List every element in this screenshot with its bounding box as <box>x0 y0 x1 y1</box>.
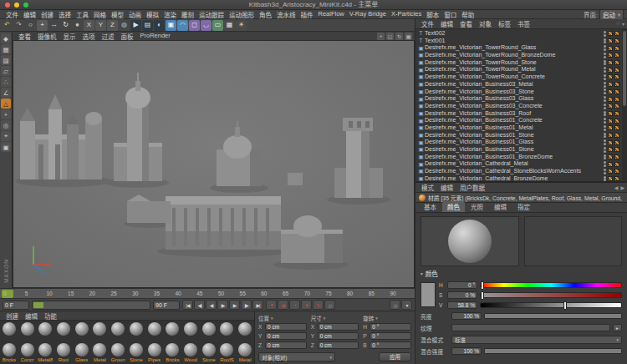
visibility-dots[interactable] <box>604 67 606 73</box>
size-header[interactable]: 尺寸▾ <box>311 314 359 321</box>
texture-tag-icon[interactable] <box>614 169 619 174</box>
mix-mode-select[interactable]: 标准▾ <box>451 336 622 344</box>
object-row[interactable]: T Text002 <box>415 30 627 38</box>
rotation-field[interactable]: 0 ° <box>370 332 411 340</box>
prev-key-button[interactable]: ◀| <box>194 300 205 310</box>
visibility-dots[interactable] <box>604 154 606 160</box>
material-thumbnail[interactable]: RoofS <box>218 341 237 364</box>
texture-tag-icon[interactable] <box>614 74 619 79</box>
texture-browse-button[interactable]: ▸ <box>613 324 622 331</box>
visibility-dots[interactable] <box>604 103 606 109</box>
record-parameter-button[interactable]: ◇ <box>324 300 335 310</box>
texture-tag-icon[interactable] <box>614 31 619 36</box>
viewport-menu-item[interactable]: ProRender <box>137 32 174 41</box>
texture-tag-icon[interactable] <box>608 89 613 94</box>
texture-tag-icon[interactable] <box>608 154 613 159</box>
camera-icon[interactable]: ▦ <box>224 20 235 31</box>
texture-tag-icon[interactable] <box>614 53 619 58</box>
texture-tag-icon[interactable] <box>614 97 619 102</box>
material-thumbnail[interactable] <box>109 321 127 341</box>
material-thumbnail[interactable] <box>200 321 218 341</box>
texture-tag-icon[interactable] <box>608 82 613 87</box>
viewport-menu-item[interactable]: 选项 <box>79 32 99 41</box>
keyframe-selection-icon[interactable]: ◇ <box>390 300 400 310</box>
menu-item[interactable]: 选择 <box>56 10 74 19</box>
visibility-dots[interactable] <box>604 132 606 139</box>
edges-mode-icon[interactable]: ∠ <box>1 88 11 98</box>
material-thumbnail[interactable]: Wood <box>181 341 200 364</box>
workplane-mode-icon[interactable]: ▱ <box>1 66 11 76</box>
redo-icon[interactable]: ↷ <box>13 20 24 31</box>
light-icon[interactable]: ☀ <box>236 20 247 31</box>
object-row[interactable]: ▣ Desirefx.me_Victorian_Business01_Stone <box>415 146 627 154</box>
hue-slider[interactable] <box>480 282 622 288</box>
material-thumbnail[interactable]: Pipes <box>145 341 164 364</box>
material-preview[interactable] <box>421 216 519 266</box>
size-field[interactable]: 0 cm <box>318 341 359 349</box>
texture-tag-icon[interactable] <box>608 125 613 130</box>
material-thumbnail[interactable] <box>91 321 110 341</box>
visibility-dots[interactable] <box>604 147 606 154</box>
lock-y-axis-icon[interactable]: Y <box>95 20 106 31</box>
material-menu-item[interactable]: 创建 <box>3 311 22 321</box>
texture-tag-icon[interactable] <box>608 74 613 79</box>
render-picture-viewer-icon[interactable]: ▤ <box>142 20 153 31</box>
material-thumbnail[interactable]: Glass <box>73 341 91 364</box>
scale-view-icon[interactable]: ◱ <box>386 33 394 40</box>
menu-item[interactable]: 窗口 <box>441 10 459 19</box>
menu-item[interactable]: 文件 <box>3 10 21 19</box>
texture-tag-icon[interactable] <box>614 82 619 87</box>
visibility-dots[interactable] <box>604 88 606 95</box>
autokey-button[interactable]: ◉ <box>278 300 288 310</box>
points-mode-icon[interactable]: ∴ <box>1 77 11 87</box>
mix-strength-slider[interactable] <box>484 348 622 354</box>
render-settings-icon[interactable]: ◐ <box>154 20 165 31</box>
menu-item[interactable]: 动画 <box>126 10 144 19</box>
menu-item[interactable]: 流水线 <box>274 10 298 19</box>
value-field[interactable]: 58.8 % <box>447 301 477 309</box>
menu-item[interactable]: 编辑 <box>21 10 38 19</box>
next-key-button[interactable]: |▶ <box>241 300 252 310</box>
texture-tag-icon[interactable] <box>614 111 619 116</box>
timeline-options-icon[interactable]: ▾ <box>401 300 412 310</box>
object-row[interactable]: ▣ Desirefx.me_Victorian_Business03_Concr… <box>415 103 627 110</box>
texture-tag-icon[interactable] <box>608 46 613 51</box>
lock-x-axis-icon[interactable]: X <box>84 20 94 31</box>
texture-tag-icon[interactable] <box>608 111 613 116</box>
om-scrollbar[interactable] <box>622 29 627 181</box>
texture-tag-icon[interactable] <box>608 176 613 181</box>
make-editable-icon[interactable]: ◆ <box>1 33 11 43</box>
texture-tag-icon[interactable] <box>608 162 613 167</box>
range-start-field[interactable]: 0 F <box>3 301 29 310</box>
toggle-panels-icon[interactable]: ▦ <box>405 33 412 40</box>
object-row[interactable]: ▣ Desirefx.me_Victorian_Business01_Glass <box>415 139 627 146</box>
rotate-icon[interactable]: ↻ <box>60 20 71 31</box>
interface-select[interactable]: 启动▾ <box>599 9 624 20</box>
color-swatch[interactable] <box>421 282 436 307</box>
object-row[interactable]: T Text001 <box>415 38 627 45</box>
close-window-button[interactable] <box>5 3 10 8</box>
om-menu-item[interactable]: 标签 <box>495 19 514 28</box>
viewport-solo-icon[interactable]: ◎ <box>1 120 11 130</box>
texture-tag-icon[interactable] <box>614 60 619 65</box>
texture-tag-icon[interactable] <box>608 31 613 36</box>
texture-tag-icon[interactable] <box>614 162 619 167</box>
menu-item[interactable]: 渲染 <box>161 10 179 19</box>
texture-tag-icon[interactable] <box>608 104 613 109</box>
menu-item[interactable]: 工具 <box>74 10 91 19</box>
undo-icon[interactable]: ↶ <box>2 20 13 31</box>
material-thumbnail[interactable] <box>54 321 73 341</box>
goto-start-button[interactable]: |◀ <box>182 300 193 310</box>
position-header[interactable]: 位置▾ <box>258 314 307 321</box>
visibility-dots[interactable] <box>604 169 606 175</box>
object-row[interactable]: ▣ Desirefx.me_Victorian_TowerRound_Concr… <box>415 73 627 81</box>
visibility-dots[interactable] <box>604 81 606 88</box>
material-thumbnail[interactable]: Bricks <box>163 341 181 364</box>
texture-tag-icon[interactable] <box>608 53 613 58</box>
size-field[interactable]: 0 cm <box>318 332 359 340</box>
visibility-dots[interactable] <box>604 125 606 132</box>
material-thumbnail[interactable] <box>163 321 181 341</box>
floor-icon[interactable]: ▭ <box>212 20 223 31</box>
viewport-menu-item[interactable]: 摄像机 <box>34 32 60 41</box>
timeline-slider[interactable] <box>32 301 150 310</box>
